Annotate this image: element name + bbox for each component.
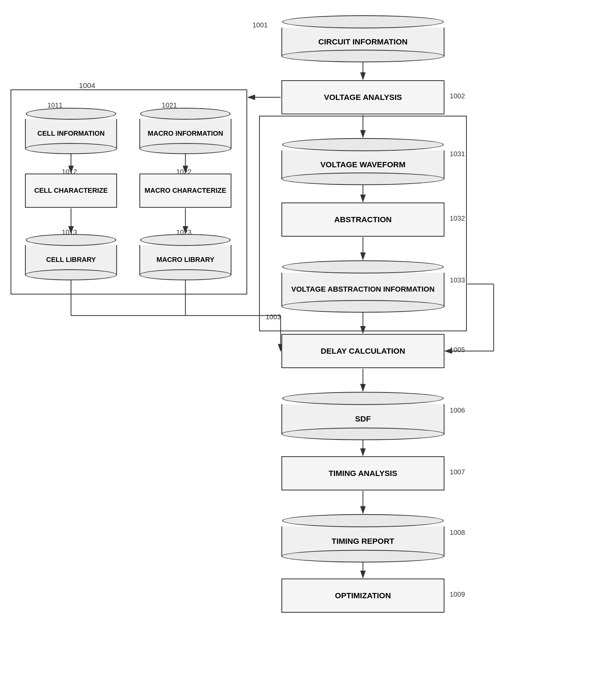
label-1006: 1006 xyxy=(450,406,465,415)
voltage-abstraction-info-label: VOLTAGE ABSTRACTION INFORMATION xyxy=(291,284,435,294)
voltage-analysis-node: VOLTAGE ANALYSIS xyxy=(281,80,445,115)
delay-calculation-node: DELAY CALCULATION xyxy=(281,334,445,368)
label-1033: 1033 xyxy=(450,276,465,284)
macro-characterize-node: MACRO CHARACTERIZE xyxy=(140,174,231,208)
circuit-info-node: CIRCUIT INFORMATION xyxy=(281,15,445,60)
timing-report-node: TIMING REPORT xyxy=(281,514,445,560)
abstraction-label: ABSTRACTION xyxy=(334,215,392,224)
diagram-container: 1004 CIRCUIT INFORMATION 1001 VOLTAGE AN… xyxy=(0,0,597,700)
label-1012: 1012 xyxy=(62,168,77,176)
label-1004: 1004 xyxy=(79,81,95,90)
macro-info-label: MACRO INFORMATION xyxy=(148,129,223,138)
label-1009: 1009 xyxy=(450,590,465,599)
cell-info-node: CELL INFORMATION xyxy=(25,108,117,152)
label-1031: 1031 xyxy=(450,150,465,158)
timing-analysis-node: TIMING ANALYSIS xyxy=(281,456,445,491)
cell-info-label: CELL INFORMATION xyxy=(38,129,105,138)
timing-analysis-label: TIMING ANALYSIS xyxy=(328,469,397,478)
macro-info-node: MACRO INFORMATION xyxy=(140,108,231,152)
macro-library-label: MACRO LIBRARY xyxy=(156,255,214,264)
optimization-label: OPTIMIZATION xyxy=(335,591,391,600)
label-1003: 1003 xyxy=(266,313,281,321)
label-1008: 1008 xyxy=(450,529,465,537)
voltage-waveform-node: VOLTAGE WAVEFORM xyxy=(281,138,445,183)
cell-library-label: CELL LIBRARY xyxy=(46,255,96,264)
timing-report-label: TIMING REPORT xyxy=(332,537,394,546)
cell-library-node: CELL LIBRARY xyxy=(25,234,117,279)
sdf-label: SDF xyxy=(355,415,371,423)
cell-characterize-label: CELL CHARACTERIZE xyxy=(34,186,108,195)
cell-characterize-node: CELL CHARACTERIZE xyxy=(25,174,117,208)
label-1001: 1001 xyxy=(252,21,268,29)
label-1007: 1007 xyxy=(450,468,465,476)
label-1005: 1005 xyxy=(450,346,465,354)
voltage-analysis-label: VOLTAGE ANALYSIS xyxy=(324,93,402,102)
sdf-node: SDF xyxy=(281,392,445,438)
delay-calculation-label: DELAY CALCULATION xyxy=(321,347,405,355)
label-1032: 1032 xyxy=(450,214,465,222)
label-1002: 1002 xyxy=(450,92,465,100)
voltage-abstraction-info-node: VOLTAGE ABSTRACTION INFORMATION xyxy=(281,260,445,310)
macro-library-node: MACRO LIBRARY xyxy=(140,234,231,279)
optimization-node: OPTIMIZATION xyxy=(281,578,445,613)
voltage-waveform-label: VOLTAGE WAVEFORM xyxy=(320,160,405,169)
circuit-info-label: CIRCUIT INFORMATION xyxy=(318,38,407,46)
abstraction-node: ABSTRACTION xyxy=(281,202,445,237)
label-1022: 1022 xyxy=(176,168,192,176)
macro-characterize-label: MACRO CHARACTERIZE xyxy=(145,186,226,195)
